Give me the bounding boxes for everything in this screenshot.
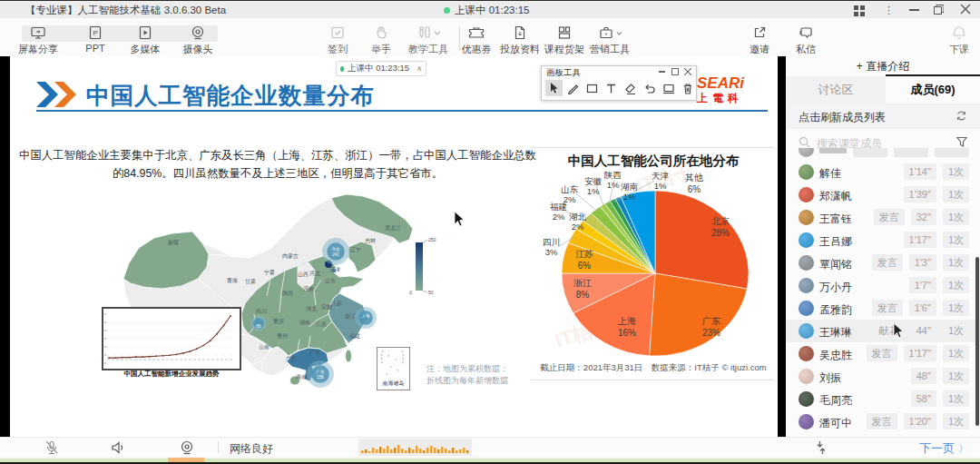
private-message-button[interactable]: 私信 xyxy=(779,25,833,56)
member-row[interactable]: 吴忠胜发言1'17"1次 xyxy=(786,342,980,365)
member-action-badge[interactable] xyxy=(853,148,887,157)
member-count-badge[interactable]: 1次 xyxy=(943,368,969,384)
tab-discussion[interactable]: 讨论区 xyxy=(786,76,886,104)
tool-delete[interactable] xyxy=(679,80,696,96)
end-class-button[interactable]: 下课 xyxy=(932,25,980,56)
paragraph-line1: 中国人工智能企业主要集中于北京、广东及长三角（上海、江苏、浙江）一带，占中国人工… xyxy=(18,146,537,164)
member-action-badge[interactable]: 发言 xyxy=(867,345,897,361)
member-action-badge[interactable]: 发言 xyxy=(872,300,903,316)
tool-select[interactable] xyxy=(545,80,563,96)
collapse-panel-icon[interactable] xyxy=(814,440,828,455)
refresh-members-row[interactable]: 点击刷新成员列表 xyxy=(786,104,980,129)
member-time-badge[interactable]: 1'17" xyxy=(904,232,936,248)
member-row[interactable]: 王富钰发言32"1次 xyxy=(786,206,980,229)
next-page-button[interactable]: 下一页 〉 xyxy=(919,440,969,457)
member-time-badge[interactable]: 1'3" xyxy=(909,254,936,271)
minimize-button[interactable] xyxy=(909,9,919,11)
raise-hand-button[interactable]: 举手 xyxy=(354,25,408,56)
pie-label: 江苏6% xyxy=(575,248,593,271)
tool-text[interactable] xyxy=(603,80,620,96)
member-time-badge[interactable]: 1'39" xyxy=(904,186,936,202)
member-time-badge[interactable]: 44" xyxy=(911,322,936,339)
member-action-badge[interactable]: 发言 xyxy=(874,209,905,225)
member-time-badge[interactable]: 58" xyxy=(911,390,936,407)
webcam-icon[interactable] xyxy=(179,439,195,456)
camera-button[interactable]: 摄像头 xyxy=(171,25,225,56)
member-list-scrollbar[interactable] xyxy=(975,257,979,426)
member-count-badge[interactable]: 1次 xyxy=(943,300,969,316)
member-count-badge[interactable]: 1次 xyxy=(943,232,969,248)
mic-muted-icon[interactable] xyxy=(44,439,60,456)
member-row[interactable] xyxy=(786,148,980,161)
more-menu-icon[interactable]: ⋮ xyxy=(884,5,894,16)
member-count-badge[interactable]: 1次 xyxy=(943,163,969,180)
tool-eraser[interactable] xyxy=(622,80,639,96)
member-time-badge[interactable]: 1'14" xyxy=(904,163,936,180)
member-row[interactable]: 孟雅韵发言1'6"1次 xyxy=(786,297,980,320)
member-avatar xyxy=(799,210,814,225)
member-time-badge[interactable]: 48" xyxy=(911,368,936,384)
member-count-badge[interactable]: 1次 xyxy=(943,345,969,361)
member-time-badge[interactable] xyxy=(894,148,928,157)
member-time-badge[interactable]: 1'17" xyxy=(904,345,936,361)
class-status: 上课中 01:23:15 xyxy=(455,4,529,17)
member-row[interactable]: 郑潇帆1'39"1次 xyxy=(786,183,980,206)
title-bar: 【专业课】人工智能技术基础 3.0.6.30 Beta 上课中 01:23:15… xyxy=(0,0,980,19)
member-time-badge[interactable]: 1'20" xyxy=(904,413,936,429)
close-button[interactable] xyxy=(960,4,971,15)
member-count-badge[interactable]: 1次 xyxy=(943,254,969,271)
tab-members[interactable]: 成员(69) xyxy=(886,76,980,104)
teaching-tools-button[interactable]: 教学工具 xyxy=(401,25,456,56)
member-count-badge[interactable]: 1次 xyxy=(943,413,969,429)
class-timer-pill[interactable]: 上课中 01:23:15 ∧ xyxy=(336,61,426,76)
member-row[interactable]: 潘可中发言1'20"1次 xyxy=(786,410,980,433)
screen-share-button[interactable]: 屏幕分享 xyxy=(11,25,65,56)
speaker-icon[interactable] xyxy=(110,439,126,456)
member-time-badge[interactable]: 32" xyxy=(911,209,936,225)
member-name: 吴忠胜 xyxy=(819,348,852,363)
timer-text: 上课中 01:23:15 xyxy=(348,63,409,74)
member-time-badge[interactable]: 1'7" xyxy=(909,277,936,293)
tool-rect[interactable] xyxy=(583,80,601,96)
member-row[interactable]: 刘振48"1次 xyxy=(786,365,980,388)
filter-icon[interactable] xyxy=(956,136,967,147)
member-count-badge[interactable]: 1次 xyxy=(943,186,969,202)
marketing-tools-button[interactable]: 营销工具 xyxy=(583,25,637,56)
member-count-badge[interactable] xyxy=(935,148,969,157)
panel-minimize-icon[interactable] xyxy=(659,71,665,73)
tool-pen[interactable] xyxy=(564,80,582,96)
member-time-badge[interactable]: 1'6" xyxy=(909,300,936,316)
svg-text:重庆: 重庆 xyxy=(272,318,284,324)
member-count-badge[interactable]: 1次 xyxy=(943,322,969,339)
member-row[interactable]: 王吕娜1'17"1次 xyxy=(786,229,980,252)
member-row[interactable]: 毛周亮58"1次 xyxy=(786,388,980,410)
member-row[interactable]: 万小丹1'7"1次 xyxy=(786,274,980,297)
member-count-badge[interactable]: 1次 xyxy=(943,277,969,293)
member-action-badge[interactable]: 发言 xyxy=(872,254,903,271)
member-name: 解佳 xyxy=(819,166,841,182)
member-row[interactable]: 解佳1'14"1次 xyxy=(786,161,980,183)
collapse-chevron-icon[interactable]: ∧ xyxy=(416,64,422,73)
tool-board[interactable] xyxy=(660,80,677,96)
grid-icon[interactable] xyxy=(854,5,865,16)
slide-paragraph: 中国人工智能企业主要集中于北京、广东及长三角（上海、江苏、浙江）一带，占中国人工… xyxy=(18,146,537,183)
member-row[interactable]: 覃闻铭发言1'3"1次 xyxy=(786,252,980,274)
tool-undo[interactable] xyxy=(641,80,658,96)
svg-text:河南: 河南 xyxy=(303,286,314,291)
live-dot xyxy=(444,7,450,14)
member-action-badge[interactable]: 发言 xyxy=(867,413,897,429)
member-count-badge[interactable]: 1次 xyxy=(943,390,969,407)
ppt-button[interactable]: P PPT xyxy=(68,25,122,54)
member-count-badge[interactable]: 1次 xyxy=(943,209,969,225)
restore-button[interactable] xyxy=(934,5,944,15)
member-row[interactable]: 王琳琳献花44"1次 xyxy=(786,320,980,342)
refresh-icon[interactable] xyxy=(956,110,967,122)
member-avatar xyxy=(799,346,814,361)
svg-text:250: 250 xyxy=(428,237,436,242)
svg-text:北京: 北京 xyxy=(332,247,341,252)
multimedia-button[interactable]: 多媒体 xyxy=(118,25,172,56)
pie-label: 福建2% xyxy=(550,202,567,222)
svg-text:广东: 广东 xyxy=(317,370,326,374)
member-name: 毛周亮 xyxy=(819,393,852,409)
app-title: 【专业课】人工智能技术基础 3.0.6.30 Beta xyxy=(25,4,226,17)
